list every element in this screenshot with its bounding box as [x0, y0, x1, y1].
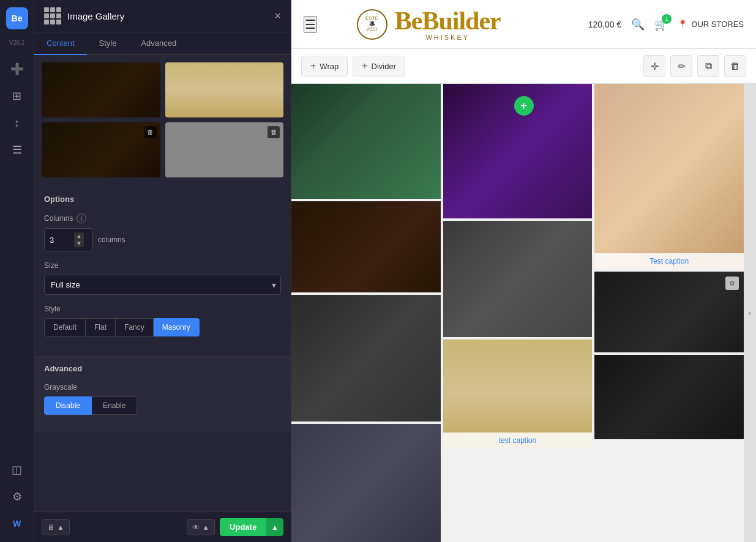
- gallery-image-1[interactable]: [291, 84, 441, 199]
- stores-button[interactable]: 📍 OUR STORES: [678, 20, 744, 29]
- thumbnails-section: 🗑 🗑: [34, 55, 291, 185]
- divider-button[interactable]: + Divider: [353, 56, 405, 76]
- style-btn-flat[interactable]: Flat: [86, 318, 116, 336]
- panel-title: Image Gallery: [67, 11, 268, 21]
- top-bar-right: 120,00 € 🔍 🛒 1 📍 OUR STORES: [541, 18, 744, 31]
- move-tool[interactable]: ✛: [643, 55, 665, 77]
- device-selector[interactable]: 🖥 ▲: [42, 519, 70, 535]
- search-button[interactable]: 🔍: [631, 18, 645, 31]
- gallery-image-3[interactable]: Test caption: [594, 84, 744, 269]
- size-select[interactable]: Full size Thumbnail Medium Large: [44, 275, 281, 295]
- gallery-image-7[interactable]: [291, 295, 441, 421]
- edit-tool[interactable]: ✏: [670, 55, 692, 77]
- cart-badge: 1: [662, 14, 672, 24]
- size-group: Size Full size Thumbnail Medium Large ▾: [44, 261, 281, 295]
- preview-icon: 👁: [192, 523, 200, 532]
- device-icon: 🖥: [47, 523, 54, 532]
- tab-advanced[interactable]: Advanced: [129, 32, 189, 55]
- grayscale-label: Grayscale: [44, 383, 281, 392]
- columns-decrement[interactable]: ▼: [74, 240, 84, 247]
- gallery-image-9[interactable]: [594, 355, 744, 439]
- thumbnail-3[interactable]: 🗑: [42, 122, 160, 177]
- image-caption-pier: test caption: [443, 432, 593, 448]
- style-group: Style Default Flat Fancy Masonry: [44, 305, 281, 336]
- columns-group: Columns i ▲ ▼ columns: [44, 213, 281, 251]
- grayscale-group: Grayscale Disable Enable: [44, 383, 281, 415]
- update-dropdown-button[interactable]: ▲: [266, 518, 283, 536]
- thumbnail-2[interactable]: [165, 62, 284, 117]
- update-button-group: Update ▲: [220, 518, 283, 536]
- gallery-image-10[interactable]: [291, 424, 441, 542]
- add-element-button[interactable]: +: [514, 96, 534, 116]
- editor-toolbar: + Wrap + Divider ✛ ✏ ⧉ 🗑: [291, 49, 756, 84]
- gallery-col-3: Test caption ⚙: [594, 84, 744, 542]
- panel-collapse-handle[interactable]: ‹: [744, 84, 756, 542]
- thumb-delete-3[interactable]: 🗑: [144, 126, 157, 138]
- size-select-wrap: Full size Thumbnail Medium Large ▾: [44, 275, 281, 295]
- hamburger-menu[interactable]: ☰: [304, 16, 317, 33]
- options-section: Options Columns i ▲ ▼ columns Size: [34, 185, 291, 356]
- brand-name-area: BeBuilder WHISKEY: [395, 8, 501, 41]
- stores-label: OUR STORES: [691, 20, 744, 29]
- cart-button[interactable]: 🛒 1: [654, 18, 668, 31]
- grayscale-enable-btn[interactable]: Enable: [92, 396, 137, 415]
- gallery-container: + test caption: [291, 84, 756, 542]
- columns-spinners: ▲ ▼: [74, 232, 84, 247]
- sidebar-icon-layers[interactable]: ◫: [6, 459, 28, 481]
- tab-style[interactable]: Style: [87, 32, 129, 55]
- columns-input-wrap: ▲ ▼ columns: [44, 228, 281, 251]
- image-gallery-panel: Image Gallery × Content Style Advanced 🗑…: [34, 0, 291, 542]
- thumbnail-4[interactable]: 🗑: [165, 122, 284, 177]
- delete-tool[interactable]: 🗑: [724, 55, 746, 77]
- brand-name: BeBuilder: [395, 8, 501, 34]
- style-btn-fancy[interactable]: Fancy: [116, 318, 154, 336]
- style-btn-masonry[interactable]: Masonry: [154, 318, 200, 336]
- logo-circle: ESTD🎩2021: [357, 9, 387, 40]
- sidebar-icon-history[interactable]: ☰: [6, 139, 28, 161]
- preview-dropdown-arrow: ▲: [202, 523, 209, 532]
- divider-label: Divider: [372, 62, 396, 71]
- image-settings-icon[interactable]: ⚙: [725, 277, 739, 290]
- sidebar-icon-sort[interactable]: ↕: [6, 112, 28, 134]
- logo-text: ESTD🎩2021: [363, 13, 381, 34]
- sidebar-icon-layout[interactable]: ⊞: [6, 85, 28, 107]
- sidebar-icon-wp[interactable]: W: [6, 513, 28, 535]
- advanced-section: Advanced Grayscale Disable Enable: [34, 356, 291, 432]
- gallery-image-5[interactable]: [443, 221, 593, 337]
- grayscale-disable-btn[interactable]: Disable: [44, 396, 92, 415]
- copy-tool[interactable]: ⧉: [697, 55, 719, 77]
- panel-grid-icon[interactable]: [44, 7, 61, 24]
- update-main-button[interactable]: Update: [220, 518, 266, 536]
- thumb-row-2: 🗑 🗑: [42, 122, 283, 177]
- brand-area: ESTD🎩2021 BeBuilder WHISKEY: [327, 8, 531, 41]
- columns-label: Columns i: [44, 213, 281, 223]
- gallery-image-8[interactable]: test caption: [443, 340, 593, 448]
- size-label: Size: [44, 261, 281, 270]
- wrap-label: Wrap: [320, 62, 339, 71]
- style-label: Style: [44, 305, 281, 313]
- sidebar-icon-settings[interactable]: ⚙: [6, 486, 28, 508]
- panel-close-button[interactable]: ×: [274, 10, 281, 21]
- wrap-button[interactable]: + Wrap: [301, 56, 348, 76]
- columns-input-field[interactable]: [50, 236, 74, 245]
- divider-plus-icon: +: [362, 61, 367, 72]
- columns-number-input: ▲ ▼: [44, 228, 93, 251]
- style-btn-default[interactable]: Default: [44, 318, 86, 336]
- gallery-image-6[interactable]: ⚙: [594, 272, 744, 352]
- columns-increment[interactable]: ▲: [74, 232, 84, 240]
- device-dropdown-arrow: ▲: [57, 523, 64, 532]
- grayscale-toggle-group: Disable Enable: [44, 396, 281, 415]
- be-logo[interactable]: Be: [6, 7, 28, 29]
- brand-logo: ESTD🎩2021: [357, 9, 387, 40]
- sidebar-icon-add[interactable]: ➕: [6, 58, 28, 80]
- thumb-delete-4[interactable]: 🗑: [268, 126, 280, 138]
- thumbnail-1[interactable]: [42, 62, 160, 117]
- thumb-row-1: [42, 62, 283, 117]
- columns-info-icon[interactable]: i: [77, 213, 86, 223]
- options-title: Options: [44, 195, 281, 204]
- gallery-image-4[interactable]: [291, 201, 441, 292]
- tab-content[interactable]: Content: [34, 32, 87, 55]
- masonry-gallery: test caption Test caption ⚙: [291, 84, 744, 542]
- preview-button[interactable]: 👁 ▲: [187, 519, 215, 535]
- stores-pin-icon: 📍: [678, 20, 687, 29]
